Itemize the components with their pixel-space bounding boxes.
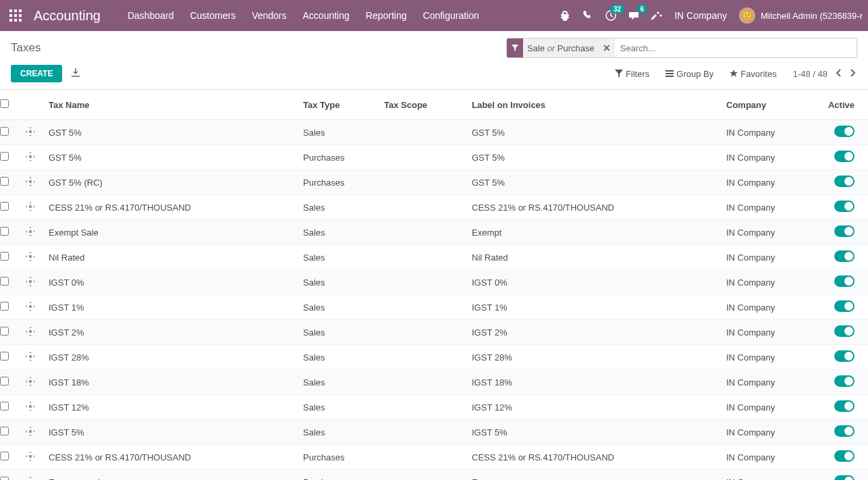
drag-handle-icon[interactable] [26,378,35,388]
favorites-button[interactable]: Favorites [730,69,776,79]
tools-icon[interactable] [651,10,662,21]
active-toggle[interactable] [834,350,855,362]
table-row[interactable]: IGST 5% Sales IGST 5% IN Company [0,420,868,445]
active-toggle[interactable] [834,151,855,162]
activities-icon[interactable]: 32 [605,10,616,21]
menu-customers[interactable]: Customers [190,10,236,21]
drag-handle-icon[interactable] [26,303,35,313]
table-row[interactable]: IGST 28% Sales IGST 28% IN Company [0,345,868,370]
row-checkbox[interactable] [0,127,9,136]
search-bar[interactable]: Sale or Purchase ✕ [506,38,857,58]
row-checkbox[interactable] [0,427,9,435]
svg-rect-12 [666,76,674,77]
user-menu[interactable]: 🙂 Mitchell Admin (5236839-r [739,7,863,24]
col-tax-scope[interactable]: Tax Scope [377,90,465,120]
row-checkbox[interactable] [0,352,9,361]
table-row[interactable]: CESS 21% or RS.4170/THOUSAND Sales CESS … [0,195,868,220]
table-row[interactable]: Exempt purchase Purchases Exempt IN Comp… [0,470,868,481]
table-row[interactable]: IGST 12% Sales IGST 12% IN Company [0,395,868,420]
filters-button[interactable]: Filters [615,69,649,79]
row-checkbox[interactable] [0,402,9,410]
menu-vendors[interactable]: Vendors [252,10,286,21]
row-checkbox[interactable] [0,302,9,311]
active-toggle[interactable] [834,225,855,237]
table-row[interactable]: IGST 0% Sales IGST 0% IN Company [0,270,868,295]
active-toggle[interactable] [834,325,855,337]
table-row[interactable]: GST 5% Sales GST 5% IN Company [0,120,868,145]
drag-handle-icon[interactable] [26,203,35,213]
active-toggle[interactable] [834,300,855,312]
drag-handle-icon[interactable] [26,453,35,463]
table-row[interactable]: GST 5% Purchases GST 5% IN Company [0,145,868,170]
pager-prev-icon[interactable] [834,68,844,80]
phone-icon[interactable] [582,10,593,21]
drag-handle-icon[interactable] [26,278,35,288]
menu-configuration[interactable]: Configuration [423,10,479,21]
active-toggle[interactable] [834,275,855,287]
drag-handle-icon[interactable] [26,128,35,138]
messages-icon[interactable]: 6 [628,10,639,21]
cell-company: IN Company [720,445,814,470]
row-checkbox[interactable] [0,252,9,261]
app-brand[interactable]: Accounting [34,8,101,24]
drag-handle-icon[interactable] [26,153,35,163]
create-button[interactable]: CREATE [11,65,62,82]
cell-label: CESS 21% or RS.4170/THOUSAND [465,195,720,220]
drag-handle-icon[interactable] [26,403,35,413]
col-tax-type[interactable]: Tax Type [296,90,377,120]
row-checkbox[interactable] [0,177,9,186]
table-row[interactable]: Nil Rated Sales Nil Rated IN Company [0,245,868,270]
active-toggle[interactable] [834,176,855,187]
col-company[interactable]: Company [720,90,814,120]
drag-handle-icon[interactable] [26,478,35,481]
col-tax-name[interactable]: Tax Name [42,90,296,120]
groupby-button[interactable]: Group By [666,69,713,79]
active-toggle[interactable] [834,400,855,412]
row-checkbox[interactable] [0,327,9,336]
cell-tax-type: Purchases [296,445,377,470]
pager-text[interactable]: 1-48 / 48 [793,69,828,79]
active-toggle[interactable] [834,201,855,212]
active-toggle[interactable] [834,450,855,462]
row-checkbox[interactable] [0,452,9,460]
debug-icon[interactable] [560,10,570,21]
row-checkbox[interactable] [0,227,9,236]
cell-label: GST 5% [465,170,720,195]
facet-remove-icon[interactable]: ✕ [599,43,615,53]
menu-accounting[interactable]: Accounting [303,10,350,21]
row-checkbox[interactable] [0,377,9,385]
col-label[interactable]: Label on Invoices [465,90,720,120]
pager-next-icon[interactable] [848,68,857,80]
cell-label: Exempt [465,470,720,481]
table-row[interactable]: GST 5% (RC) Purchases GST 5% IN Company [0,170,868,195]
select-all-checkbox[interactable] [0,99,9,108]
menu-dashboard[interactable]: Dashboard [128,10,174,21]
drag-handle-icon[interactable] [26,328,35,338]
row-checkbox[interactable] [0,152,9,161]
row-checkbox[interactable] [0,477,9,480]
table-row[interactable]: IGST 1% Sales IGST 1% IN Company [0,295,868,320]
drag-handle-icon[interactable] [26,228,35,238]
facet-label: Sale or Purchase [523,43,599,53]
table-row[interactable]: IGST 18% Sales IGST 18% IN Company [0,370,868,395]
active-toggle[interactable] [834,250,855,262]
company-switcher[interactable]: IN Company [674,10,727,21]
drag-handle-icon[interactable] [26,178,35,188]
drag-handle-icon[interactable] [26,253,35,263]
active-toggle[interactable] [834,375,855,387]
drag-handle-icon[interactable] [26,428,35,438]
active-toggle[interactable] [834,425,855,437]
active-toggle[interactable] [834,475,855,480]
search-input[interactable] [615,43,857,53]
table-row[interactable]: IGST 2% Sales IGST 2% IN Company [0,320,868,345]
row-checkbox[interactable] [0,202,9,211]
drag-handle-icon[interactable] [26,353,35,363]
menu-reporting[interactable]: Reporting [366,10,407,21]
download-button[interactable] [70,68,81,80]
table-row[interactable]: Exempt Sale Sales Exempt IN Company [0,220,868,245]
table-row[interactable]: CESS 21% or RS.4170/THOUSAND Purchases C… [0,445,868,470]
active-toggle[interactable] [834,126,855,137]
col-active[interactable]: Active [814,90,868,120]
row-checkbox[interactable] [0,277,9,286]
apps-icon[interactable] [5,9,26,22]
